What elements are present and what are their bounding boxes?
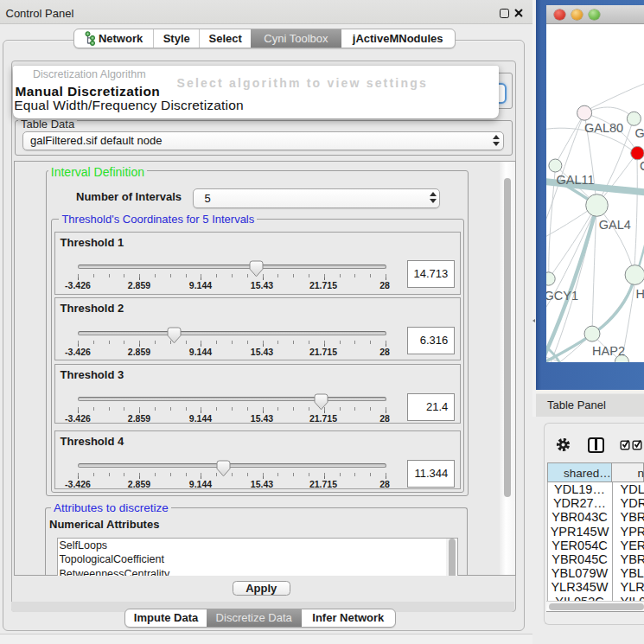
svg-text:GAL80: GAL80 [584, 120, 623, 134]
svg-text:HAP2: HAP2 [592, 343, 625, 357]
svg-text:GA: GA [634, 126, 644, 140]
svg-text:C: C [640, 159, 644, 173]
svg-text:H: H [635, 286, 644, 300]
svg-text:GCY1: GCY1 [546, 288, 578, 302]
svg-text:GAL11: GAL11 [556, 173, 594, 187]
svg-text:GAL4: GAL4 [598, 217, 630, 231]
